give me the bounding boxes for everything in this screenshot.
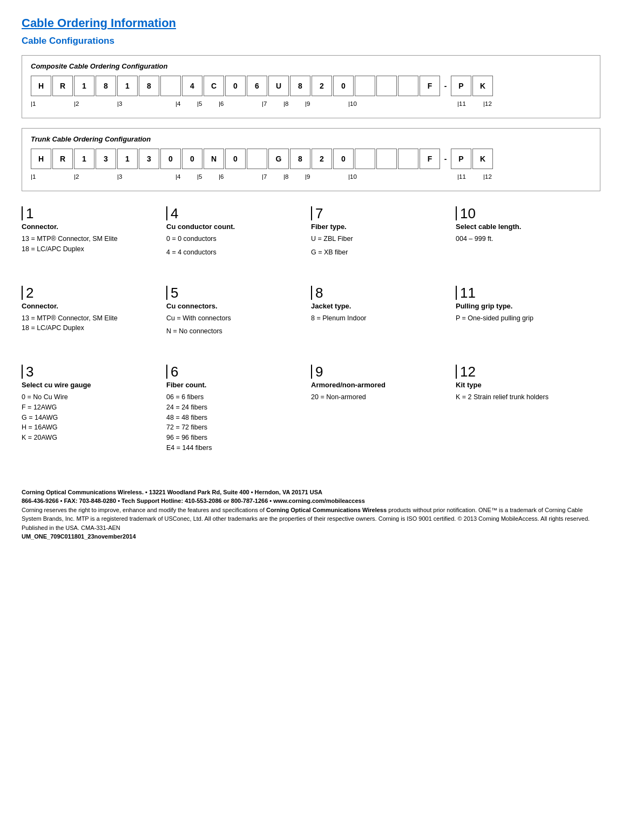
- cable-number-label: |11: [457, 173, 466, 180]
- footer-line3: Corning reserves the right to improve, e…: [22, 506, 600, 533]
- field-number: 5: [166, 286, 306, 300]
- cell-value: R: [52, 149, 73, 169]
- field-item: 06 = 6 fibers: [166, 392, 306, 402]
- cell-value: 3: [139, 149, 159, 169]
- cell-empty: [247, 149, 267, 169]
- cable-number-label: |6: [219, 100, 224, 107]
- field-item: 18 = LC/APC Duplex: [22, 244, 161, 254]
- cable-number-label: |1: [31, 100, 36, 107]
- field-item: 18 = LC/APC Duplex: [22, 323, 161, 333]
- field-number: 12: [456, 365, 595, 379]
- cell-value: 1: [117, 76, 138, 96]
- page-title: Cable Ordering Information: [22, 16, 600, 30]
- field-cell: 3Select cu wire gauge0 = No Cu WireF = 1…: [22, 360, 166, 466]
- field-cell: 7Fiber type.U = ZBL FiberG = XB fiber: [311, 202, 456, 271]
- field-item: E4 = 144 fibers: [166, 443, 306, 453]
- footer-line2: 866-436-9266 • FAX: 703-848-0280 • Tech …: [22, 498, 365, 504]
- cell-value: 0: [333, 76, 354, 96]
- cell-value: 8: [290, 149, 310, 169]
- cell-value: R: [52, 76, 73, 96]
- field-number: 8: [311, 286, 450, 300]
- cell-value: 4: [182, 76, 202, 96]
- trunk-label: Trunk Cable Ordering Configuration: [31, 135, 591, 143]
- cable-number-label: |9: [305, 100, 310, 107]
- field-item: G = XB fiber: [311, 247, 450, 258]
- field-heading: Kit type: [456, 381, 595, 389]
- field-heading: Select cu wire gauge: [22, 381, 161, 389]
- field-item: 24 = 24 fibers: [166, 402, 306, 413]
- field-heading: Connector.: [22, 223, 161, 231]
- cable-number-label: |10: [348, 173, 357, 180]
- field-item: 96 = 96 fibers: [166, 433, 306, 443]
- cell-value: H: [31, 149, 51, 169]
- field-number: 9: [311, 365, 450, 379]
- field-item: 13 = MTP® Connector, SM Elite: [22, 313, 161, 324]
- field-cell: 1Connector.13 = MTP® Connector, SM Elite…: [22, 202, 166, 271]
- cell-value: G: [268, 149, 289, 169]
- field-heading: Cu conductor count.: [166, 223, 306, 231]
- cell-value: 0: [225, 149, 246, 169]
- field-number: 4: [166, 206, 306, 220]
- cell-empty: [398, 76, 418, 96]
- footer: Corning Optical Communications Wireless.…: [22, 488, 600, 541]
- field-heading: Fiber type.: [311, 223, 450, 231]
- field-cell: 8Jacket type.8 = Plenum Indoor: [311, 281, 456, 350]
- cell-value: 8: [96, 76, 116, 96]
- field-heading: Pulling grip type.: [456, 302, 595, 310]
- field-item: 13 = MTP® Connector, SM Elite: [22, 234, 161, 244]
- field-item: 8 = Plenum Indoor: [311, 313, 450, 324]
- cable-number-label: |12: [483, 100, 492, 107]
- section-title: Cable Configurations: [22, 36, 600, 46]
- cable-number-label: |3: [117, 100, 122, 107]
- field-item: 72 = 72 fibers: [166, 422, 306, 433]
- cable-number-label: |12: [483, 173, 492, 180]
- cable-number-label: |5: [197, 173, 202, 180]
- field-item: U = ZBL Fiber: [311, 234, 450, 244]
- field-heading: Select cable length.: [456, 223, 595, 231]
- trunk-config: Trunk Cable Ordering Configuration HR131…: [22, 128, 600, 191]
- field-item: K = 2 Strain relief trunk holders: [456, 392, 595, 402]
- field-number: 6: [166, 365, 306, 379]
- cell-value: U: [268, 76, 289, 96]
- cable-number-label: |4: [175, 173, 180, 180]
- composite-config: Composite Cable Ordering Configuration H…: [22, 55, 600, 118]
- cell-value: 6: [247, 76, 267, 96]
- cell-empty: [398, 149, 418, 169]
- cell-empty: [376, 149, 397, 169]
- field-item: H = 16AWG: [22, 422, 161, 433]
- cable-number-label: |5: [197, 100, 202, 107]
- cell-value: 3: [96, 149, 116, 169]
- cell-value: 0: [182, 149, 202, 169]
- field-item: 004 – 999 ft.: [456, 234, 595, 244]
- field-heading: Armored/non-armored: [311, 381, 450, 389]
- field-number: 2: [22, 286, 161, 300]
- field-item: P = One-sided pulling grip: [456, 313, 595, 324]
- cable-number-label: |2: [74, 100, 79, 107]
- cell-dash: -: [441, 149, 450, 169]
- cable-number-label: |6: [219, 173, 224, 180]
- cable-number-label: |7: [262, 173, 267, 180]
- field-number: 3: [22, 365, 161, 379]
- cell-value: F: [420, 76, 440, 96]
- field-item: K = 20AWG: [22, 433, 161, 443]
- cell-value: N: [204, 149, 224, 169]
- cable-number-label: |8: [283, 100, 288, 107]
- cell-value: H: [31, 76, 51, 96]
- cable-number-label: |2: [74, 173, 79, 180]
- cell-value: K: [472, 76, 493, 96]
- field-cell: 12Kit typeK = 2 Strain relief trunk hold…: [456, 360, 600, 466]
- field-item: F = 12AWG: [22, 402, 161, 413]
- cell-value: 0: [160, 149, 181, 169]
- cell-value: 8: [290, 76, 310, 96]
- cell-value: K: [472, 149, 493, 169]
- cell-value: P: [451, 76, 471, 96]
- cell-value: 8: [139, 76, 159, 96]
- field-number: 11: [456, 286, 595, 300]
- field-cell: 10Select cable length.004 – 999 ft.: [456, 202, 600, 271]
- cell-empty: [355, 76, 375, 96]
- cell-empty: [160, 76, 181, 96]
- field-item: 48 = 48 fibers: [166, 413, 306, 423]
- cell-value: F: [420, 149, 440, 169]
- cell-value: 0: [333, 149, 354, 169]
- field-heading: Fiber count.: [166, 381, 306, 389]
